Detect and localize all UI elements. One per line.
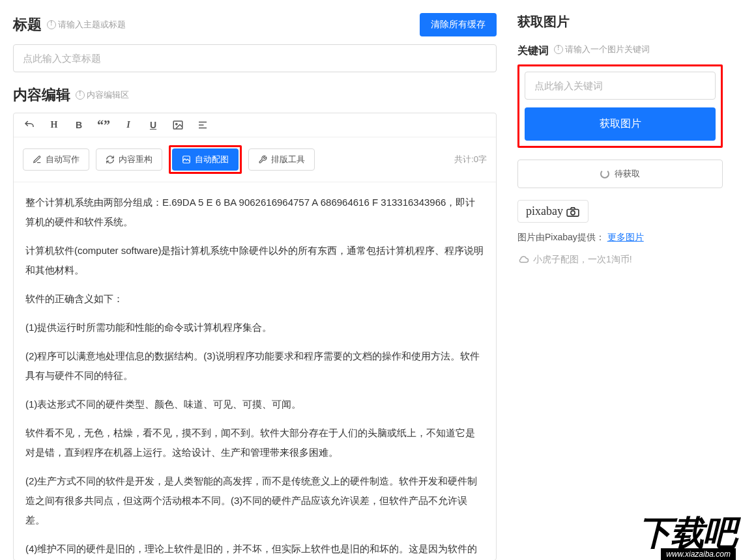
paragraph: (4)维护不同的硬件是旧的，理论上软件是旧的，并不坏，但实际上软件也是旧的和坏的… [25, 539, 484, 560]
content-section-header: 内容编辑 内容编辑区 [13, 85, 497, 105]
camera-icon [566, 206, 580, 217]
auto-write-button[interactable]: 自动写作 [23, 148, 89, 171]
keyword-label-row: 关键词 请输入一个图片关键词 [517, 44, 723, 58]
keyword-input[interactable] [525, 72, 716, 100]
italic-icon[interactable]: I [122, 119, 135, 132]
keyword-highlight-box: 获取图片 [517, 64, 723, 148]
keyword-label: 关键词 [517, 44, 549, 58]
pending-button[interactable]: 待获取 [517, 160, 723, 188]
paragraph: 整个计算机系统由两部分组成：E.69DA 5 E 6 BA 9062616964… [25, 193, 484, 232]
undo-icon[interactable] [23, 119, 36, 132]
editor-content[interactable]: 整个计算机系统由两部分组成：E.69DA 5 E 6 BA 9062616964… [14, 182, 496, 560]
restructure-button[interactable]: 内容重构 [96, 148, 162, 171]
note-line: 小虎子配图，一次1淘币! [517, 254, 632, 266]
paragraph: (1)表达形式不同的硬件类型、颜色、味道、可见、可摸、可闻。 [25, 395, 484, 414]
word-count: 共计:0字 [454, 154, 487, 165]
fetch-image-button[interactable]: 获取图片 [525, 107, 716, 141]
credit-line: 图片由Pixabay提供： 更多图片 [517, 232, 723, 244]
spinner-icon [600, 169, 609, 178]
action-toolbar: 自动写作 内容重构 自动配图 排版工具 共计:0字 [14, 137, 496, 182]
layout-tool-button[interactable]: 排版工具 [248, 148, 315, 171]
side-title: 获取图片 [517, 13, 723, 31]
heading-icon[interactable]: H [48, 119, 61, 132]
title-label: 标题 [13, 15, 42, 35]
paragraph: (2)程序可以满意地处理信息的数据结构。(3)说明程序功能要求和程序需要的文档的… [25, 346, 484, 385]
title-hint: 请输入主题或标题 [47, 19, 126, 31]
pixabay-logo: pixabay [526, 204, 580, 218]
svg-point-7 [571, 210, 575, 214]
info-icon [76, 91, 85, 100]
paragraph: (1)提供运行时所需功能和性能的命令或计算机程序集合。 [25, 318, 484, 337]
info-icon [47, 20, 56, 29]
content-hint: 内容编辑区 [76, 89, 129, 101]
paragraph: (2)生产方式不同的软件是开发，是人类智能的高发挥，而不是传统意义上的硬件制造。… [25, 471, 484, 530]
underline-icon[interactable]: U [147, 119, 160, 132]
info-icon [554, 45, 563, 54]
content-label: 内容编辑 [13, 85, 70, 105]
image-icon[interactable] [171, 119, 184, 132]
cloud-icon [517, 255, 529, 264]
quote-icon[interactable]: “” [97, 119, 110, 132]
paragraph: 软件看不见，无色，枯燥，看不见，摸不到，闻不到。软件大部分存在于人们的头脑或纸上… [25, 423, 484, 462]
keyword-hint: 请输入一个图片关键词 [554, 44, 650, 55]
title-section-header: 标题 请输入主题或标题 清除所有缓存 [13, 13, 497, 36]
more-images-link[interactable]: 更多图片 [607, 232, 644, 242]
editor-box: H B “” I U 自动写作 内容重 [13, 113, 497, 560]
paragraph: 计算机软件(computer software)是指计算机系统中除硬件以外的所有… [25, 241, 484, 280]
paragraph: 软件的正确含义如下： [25, 289, 484, 309]
format-toolbar: H B “” I U [14, 113, 496, 137]
bold-icon[interactable]: B [72, 119, 85, 132]
align-icon[interactable] [196, 119, 209, 132]
auto-image-highlight: 自动配图 [169, 145, 242, 174]
pixabay-badge: pixabay [517, 200, 588, 223]
clear-cache-button[interactable]: 清除所有缓存 [420, 13, 497, 36]
article-title-input[interactable] [13, 44, 497, 72]
svg-point-1 [176, 123, 177, 124]
auto-image-button[interactable]: 自动配图 [172, 148, 239, 171]
